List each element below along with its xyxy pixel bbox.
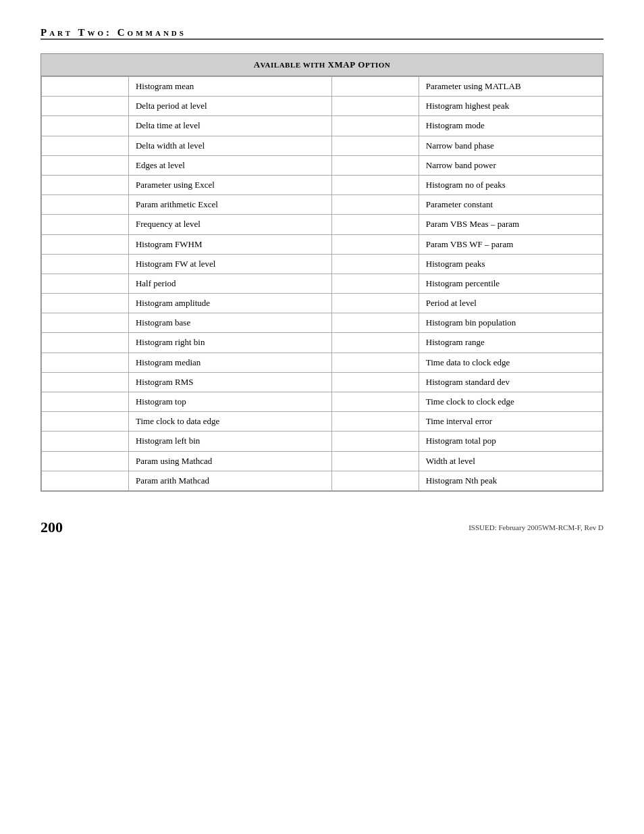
icon-col-right: [331, 353, 419, 372]
icon-col-left: [42, 353, 129, 372]
table-row: Histogram amplitudePeriod at level: [42, 294, 603, 313]
table-row: Edges at levelNarrow band power: [42, 155, 603, 175]
data-table: Histogram meanParameter using MATLABDelt…: [41, 76, 603, 491]
icon-col-right: [331, 155, 419, 175]
cell-left: Param arithmetic Excel: [128, 195, 331, 215]
footer-docref: WM-RCM-F, Rev D: [542, 523, 603, 531]
cell-right: Narrow band power: [419, 155, 602, 175]
cell-left: Histogram left bin: [128, 432, 331, 451]
cell-right: Histogram standard dev: [419, 372, 602, 392]
icon-col-left: [42, 97, 129, 116]
icon-col-left: [42, 215, 129, 234]
page-number: 200: [41, 519, 63, 536]
icon-col-left: [42, 372, 129, 392]
cell-left: Half period: [128, 273, 331, 293]
cell-right: Param VBS WF – param: [419, 234, 602, 254]
footer-issued: ISSUED: February 2005: [468, 523, 542, 531]
cell-right: Parameter constant: [419, 195, 602, 215]
main-table-container: AVAILABLE WITH XMAP OPTION Histogram mea…: [41, 53, 603, 492]
table-row: Histogram FWHMParam VBS WF – param: [42, 234, 603, 254]
icon-col-left: [42, 116, 129, 136]
table-header: AVAILABLE WITH XMAP OPTION: [41, 54, 603, 76]
cell-right: Histogram bin population: [419, 313, 602, 333]
cell-left: Histogram mean: [128, 77, 331, 97]
table-row: Time clock to data edgeTime interval err…: [42, 412, 603, 432]
page-header: Part Two: Commands: [41, 27, 603, 38]
cell-left: Histogram RMS: [128, 372, 331, 392]
table-row: Histogram baseHistogram bin population: [42, 313, 603, 333]
cell-right: Histogram highest peak: [419, 97, 602, 116]
cell-left: Histogram FW at level: [128, 254, 331, 273]
icon-col-right: [331, 451, 419, 471]
cell-right: Time data to clock edge: [419, 353, 602, 372]
icon-col-left: [42, 77, 129, 97]
cell-right: Histogram total pop: [419, 432, 602, 451]
cell-left: Histogram top: [128, 392, 331, 412]
cell-left: Param arith Mathcad: [128, 471, 331, 490]
cell-right: Param VBS Meas – param: [419, 215, 602, 234]
cell-left: Histogram right bin: [128, 333, 331, 353]
icon-col-left: [42, 136, 129, 155]
icon-col-left: [42, 412, 129, 432]
icon-col-right: [331, 116, 419, 136]
cell-right: Histogram Nth peak: [419, 471, 602, 490]
table-row: Delta period at levelHistogram highest p…: [42, 97, 603, 116]
page-title: Part Two: Commands: [41, 27, 603, 38]
table-row: Param using MathcadWidth at level: [42, 451, 603, 471]
table-row: Delta width at levelNarrow band phase: [42, 136, 603, 155]
icon-col-right: [331, 471, 419, 490]
table-row: Param arith MathcadHistogram Nth peak: [42, 471, 603, 490]
icon-col-right: [331, 97, 419, 116]
icon-col-right: [331, 294, 419, 313]
table-row: Param arithmetic ExcelParameter constant: [42, 195, 603, 215]
icon-col-left: [42, 175, 129, 194]
icon-col-left: [42, 234, 129, 254]
cell-left: Param using Mathcad: [128, 451, 331, 471]
cell-left: Parameter using Excel: [128, 175, 331, 194]
cell-right: Histogram range: [419, 333, 602, 353]
cell-left: Frequency at level: [128, 215, 331, 234]
cell-right: Histogram peaks: [419, 254, 602, 273]
table-row: Half periodHistogram percentile: [42, 273, 603, 293]
header-rule: [41, 38, 603, 40]
icon-col-right: [331, 412, 419, 432]
icon-col-left: [42, 451, 129, 471]
icon-col-left: [42, 392, 129, 412]
icon-col-left: [42, 254, 129, 273]
cell-left: Histogram amplitude: [128, 294, 331, 313]
icon-col-left: [42, 313, 129, 333]
cell-left: Edges at level: [128, 155, 331, 175]
icon-col-left: [42, 471, 129, 490]
cell-right: Histogram percentile: [419, 273, 602, 293]
cell-right: Time interval error: [419, 412, 602, 432]
table-row: Parameter using ExcelHistogram no of pea…: [42, 175, 603, 194]
cell-right: Histogram mode: [419, 116, 602, 136]
cell-right: Period at level: [419, 294, 602, 313]
table-row: Frequency at levelParam VBS Meas – param: [42, 215, 603, 234]
table-row: Histogram topTime clock to clock edge: [42, 392, 603, 412]
table-header-text: AVAILABLE WITH XMAP OPTION: [254, 59, 391, 70]
table-row: Histogram medianTime data to clock edge: [42, 353, 603, 372]
table-row: Histogram right binHistogram range: [42, 333, 603, 353]
cell-right: Time clock to clock edge: [419, 392, 602, 412]
icon-col-right: [331, 432, 419, 451]
icon-col-left: [42, 273, 129, 293]
icon-col-right: [331, 333, 419, 353]
page-footer: 200 ISSUED: February 2005 WM-RCM-F, Rev …: [41, 519, 603, 536]
table-row: Histogram meanParameter using MATLAB: [42, 77, 603, 97]
icon-col-left: [42, 195, 129, 215]
icon-col-left: [42, 155, 129, 175]
icon-col-right: [331, 372, 419, 392]
cell-left: Delta time at level: [128, 116, 331, 136]
cell-left: Time clock to data edge: [128, 412, 331, 432]
table-row: Histogram RMSHistogram standard dev: [42, 372, 603, 392]
icon-col-right: [331, 313, 419, 333]
icon-col-right: [331, 215, 419, 234]
cell-right: Width at level: [419, 451, 602, 471]
cell-left: Histogram base: [128, 313, 331, 333]
cell-right: Narrow band phase: [419, 136, 602, 155]
icon-col-right: [331, 175, 419, 194]
icon-col-left: [42, 294, 129, 313]
cell-left: Delta width at level: [128, 136, 331, 155]
icon-col-right: [331, 273, 419, 293]
